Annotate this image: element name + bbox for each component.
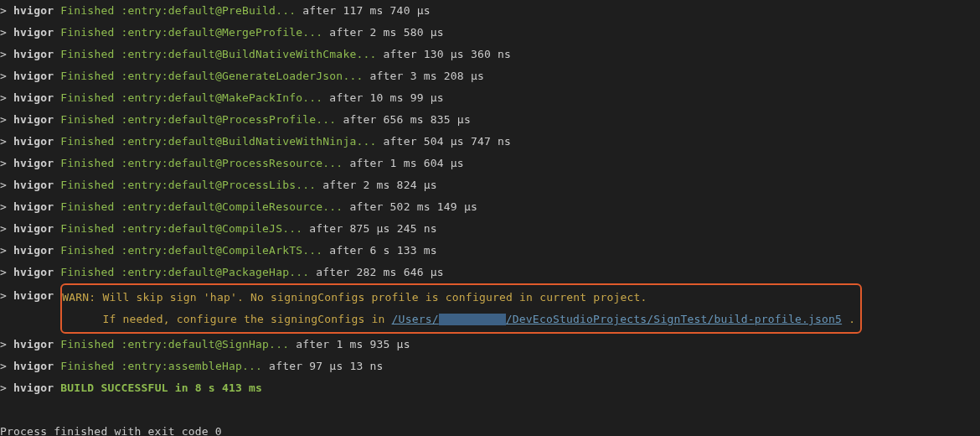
prompt-char: >	[0, 70, 13, 82]
tool-name: hvigor	[13, 179, 54, 191]
task-name: :entry:default@PreBuild...	[121, 4, 297, 17]
timing-text: after 2 ms 580 μs	[329, 26, 443, 39]
timing-text: after 2 ms 824 μs	[322, 179, 436, 191]
status-word: Finished	[60, 26, 114, 39]
task-name: :entry:default@BuildNativeWithNinja...	[121, 135, 377, 148]
timing-text: after 1 ms 604 μs	[349, 157, 463, 169]
warning-block: > hvigor WARN: Will skip sign 'hap'. No …	[0, 283, 980, 334]
warning-highlight-box: WARN: Will skip sign 'hap'. No signingCo…	[60, 283, 862, 334]
build-log-line: > hvigor Finished :entry:default@SignHap…	[0, 334, 980, 356]
status-word: Finished	[60, 135, 114, 148]
tool-name: hvigor	[13, 4, 54, 17]
build-log-line: > hvigor Finished :entry:default@MergePr…	[0, 22, 980, 44]
prompt-char: >	[0, 48, 13, 60]
timing-text: after 875 μs 245 ns	[309, 222, 437, 235]
timing-text: after 130 μs 360 ns	[384, 48, 512, 60]
tool-name: hvigor	[13, 244, 54, 257]
prompt-char: >	[0, 91, 13, 104]
timing-text: after 504 μs 747 ns	[384, 135, 512, 148]
build-success-text: BUILD SUCCESSFUL in 8 s 413 ms	[60, 382, 262, 394]
task-name: :entry:default@ProcessProfile...	[121, 113, 337, 126]
status-word: Finished	[60, 113, 114, 126]
timing-text: after 97 μs 13 ns	[269, 360, 383, 372]
tool-name: hvigor	[13, 360, 54, 372]
build-log-line: > hvigor Finished :entry:default@BuildNa…	[0, 44, 980, 65]
build-log-line: > hvigor Finished :entry:default@Generat…	[0, 65, 980, 87]
timing-text: after 656 ms 835 μs	[343, 113, 471, 126]
tool-name: hvigor	[13, 266, 54, 278]
status-word: Finished	[60, 200, 114, 213]
build-log-line: > hvigor Finished :entry:default@MakePac…	[0, 87, 980, 109]
build-log-line: > hvigor Finished :entry:assembleHap... …	[0, 356, 980, 377]
task-name: :entry:default@MergeProfile...	[121, 26, 323, 39]
timing-text: after 117 ms 740 μs	[302, 4, 431, 17]
status-word: Finished	[60, 244, 114, 257]
prompt-char: >	[0, 338, 13, 350]
task-name: :entry:default@GenerateLoaderJson...	[121, 70, 364, 82]
prompt-char: >	[0, 360, 13, 372]
tool-name: hvigor	[13, 48, 54, 60]
build-log-line: > hvigor Finished :entry:default@PreBuil…	[0, 0, 980, 22]
prompt-char: >	[0, 4, 13, 17]
status-word: Finished	[60, 266, 114, 278]
build-log-line: > hvigor Finished :entry:default@Process…	[0, 153, 980, 174]
task-name: :entry:default@ProcessResource...	[121, 157, 343, 169]
timing-text: after 1 ms 935 μs	[296, 338, 410, 350]
process-exit-line: Process finished with exit code 0	[0, 421, 980, 436]
prompt-char: >	[0, 244, 13, 257]
task-name: :entry:default@PackageHap...	[121, 266, 310, 278]
redacted-username	[439, 314, 506, 325]
tool-name: hvigor	[13, 70, 54, 82]
task-name: :entry:default@BuildNativeWithCmake...	[121, 48, 377, 60]
config-file-link[interactable]: /Users/	[392, 313, 439, 325]
console-output: > hvigor Finished :entry:default@PreBuil…	[0, 0, 980, 436]
status-word: Finished	[60, 179, 114, 191]
task-name: :entry:default@CompileJS...	[121, 222, 303, 235]
timing-text: after 282 ms 646 μs	[316, 266, 444, 278]
tool-name: hvigor	[13, 113, 54, 126]
build-log-line: > hvigor Finished :entry:default@BuildNa…	[0, 131, 980, 153]
tool-name: hvigor	[13, 222, 54, 235]
task-name: :entry:assembleHap...	[121, 360, 263, 372]
timing-text: after 10 ms 99 μs	[329, 91, 443, 104]
prompt-char: >	[0, 222, 13, 235]
blank-line	[0, 399, 980, 421]
status-word: Finished	[60, 48, 114, 60]
warning-prefix: > hvigor	[0, 283, 60, 307]
status-word: Finished	[60, 91, 114, 104]
build-log-line: > hvigor Finished :entry:default@Process…	[0, 109, 980, 131]
build-log-line: > hvigor Finished :entry:default@Process…	[0, 174, 980, 196]
config-file-link[interactable]: /DevEcoStudioProjects/SignTest/build-pro…	[506, 313, 842, 325]
status-word: Finished	[60, 360, 114, 372]
prompt-char: >	[0, 113, 13, 126]
task-name: :entry:default@CompileArkTS...	[121, 244, 323, 257]
task-name: :entry:default@CompileResource...	[121, 200, 343, 213]
task-name: :entry:default@SignHap...	[121, 338, 290, 350]
tool-name: hvigor	[13, 200, 54, 213]
prompt-char: >	[0, 266, 13, 278]
warning-line-1: WARN: Will skip sign 'hap'. No signingCo…	[62, 287, 855, 309]
build-log-line: > hvigor Finished :entry:default@Compile…	[0, 196, 980, 218]
prompt-char: >	[0, 157, 13, 169]
status-word: Finished	[60, 157, 114, 169]
tool-name: hvigor	[13, 26, 54, 39]
tool-name: hvigor	[13, 157, 54, 169]
prompt-char: >	[0, 179, 13, 191]
build-log-line: > hvigor Finished :entry:default@Compile…	[0, 240, 980, 262]
status-word: Finished	[60, 222, 114, 235]
timing-text: after 502 ms 149 μs	[349, 200, 477, 213]
build-success-line: > hvigor BUILD SUCCESSFUL in 8 s 413 ms	[0, 377, 980, 399]
tool-name: hvigor	[13, 338, 54, 350]
status-word: Finished	[60, 4, 114, 17]
status-word: Finished	[60, 70, 114, 82]
build-log-line: > hvigor Finished :entry:default@Compile…	[0, 218, 980, 240]
tool-name: hvigor	[13, 135, 54, 148]
build-log-line: > hvigor Finished :entry:default@Package…	[0, 262, 980, 283]
prompt-char: >	[0, 26, 13, 39]
status-word: Finished	[60, 338, 114, 350]
prompt-char: >	[0, 200, 13, 213]
tool-name: hvigor	[13, 91, 54, 104]
warning-line-2: If needed, configure the signingConfigs …	[62, 309, 855, 330]
timing-text: after 3 ms 208 μs	[370, 70, 484, 82]
timing-text: after 6 s 133 ms	[329, 244, 436, 257]
